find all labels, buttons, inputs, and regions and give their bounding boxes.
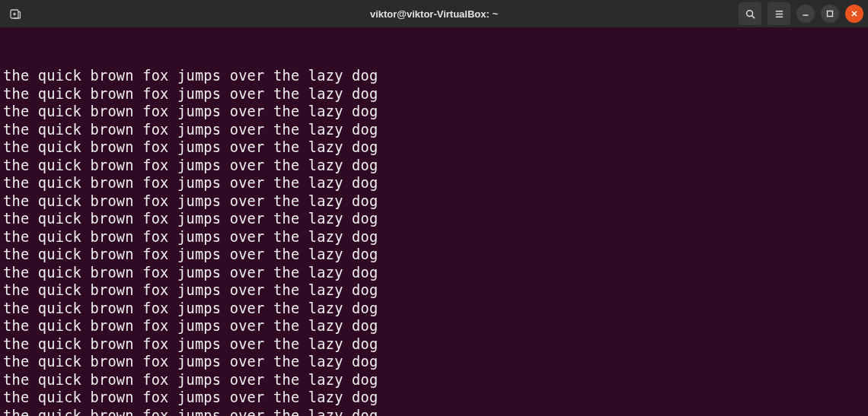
minimize-button[interactable] [796, 5, 815, 23]
terminal-output-line: the quick brown fox jumps over the lazy … [3, 335, 865, 354]
terminal-output-line: the quick brown fox jumps over the lazy … [3, 138, 865, 157]
terminal-output-line: the quick brown fox jumps over the lazy … [3, 174, 865, 192]
terminal-output: the quick brown fox jumps over the lazy … [3, 67, 865, 416]
terminal-output-line: the quick brown fox jumps over the lazy … [3, 246, 865, 264]
terminal-output-line: the quick brown fox jumps over the lazy … [3, 300, 865, 318]
terminal-output-line: the quick brown fox jumps over the lazy … [3, 210, 865, 228]
titlebar-right-controls [739, 2, 863, 25]
terminal-output-line: the quick brown fox jumps over the lazy … [3, 228, 865, 246]
search-button[interactable] [739, 2, 761, 25]
maximize-button[interactable] [821, 5, 839, 23]
terminal-output-line: the quick brown fox jumps over the lazy … [3, 121, 865, 139]
hamburger-menu-icon [774, 8, 785, 20]
terminal-output-line: the quick brown fox jumps over the lazy … [3, 407, 865, 417]
terminal-output-line: the quick brown fox jumps over the lazy … [3, 264, 865, 282]
minimize-icon [802, 10, 809, 17]
new-tab-icon [9, 8, 21, 20]
close-button[interactable] [845, 5, 863, 23]
svg-line-4 [752, 15, 755, 18]
terminal-output-line: the quick brown fox jumps over the lazy … [3, 371, 865, 389]
terminal-output-line: the quick brown fox jumps over the lazy … [3, 281, 865, 300]
svg-rect-9 [828, 11, 833, 17]
terminal-output-line: the quick brown fox jumps over the lazy … [3, 192, 865, 211]
terminal-output-line: the quick brown fox jumps over the lazy … [3, 67, 865, 85]
terminal-output-line: the quick brown fox jumps over the lazy … [3, 317, 865, 335]
svg-point-3 [746, 10, 752, 16]
window-titlebar: viktor@viktor-VirtualBox: ~ [0, 0, 868, 27]
search-icon [745, 8, 756, 20]
terminal-output-line: the quick brown fox jumps over the lazy … [3, 353, 865, 371]
terminal-output-line: the quick brown fox jumps over the lazy … [3, 389, 865, 407]
new-tab-button[interactable] [5, 3, 26, 24]
maximize-icon [826, 10, 834, 17]
window-title: viktor@viktor-VirtualBox: ~ [370, 8, 498, 20]
terminal-output-line: the quick brown fox jumps over the lazy … [3, 157, 865, 175]
terminal-area[interactable]: the quick brown fox jumps over the lazy … [0, 27, 868, 416]
close-icon [850, 10, 858, 17]
menu-button[interactable] [767, 2, 790, 25]
terminal-output-line: the quick brown fox jumps over the lazy … [3, 85, 865, 103]
terminal-output-line: the quick brown fox jumps over the lazy … [3, 103, 865, 121]
